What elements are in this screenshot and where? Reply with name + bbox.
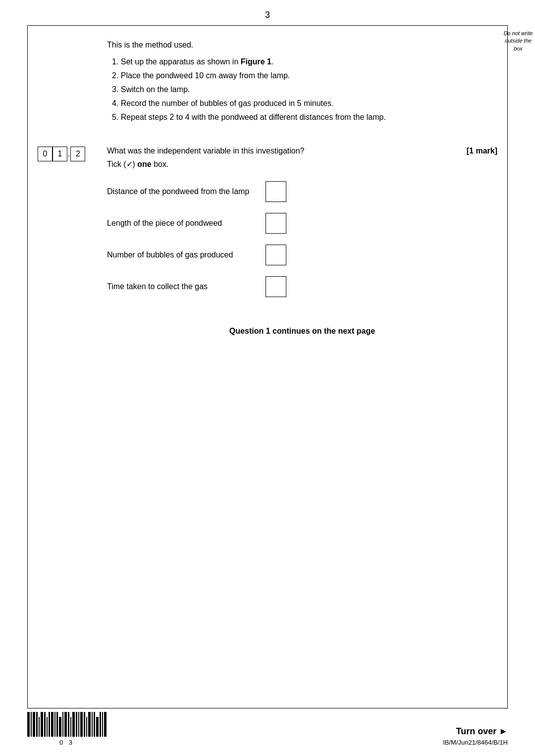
do-not-write-note: Do not writeoutside thebox [503, 30, 533, 52]
barcode: 0 3 [27, 712, 107, 746]
bar [36, 712, 38, 737]
bar [102, 712, 103, 737]
barcode-number: 0 3 [59, 739, 74, 746]
question-content: What was the independent variable in thi… [107, 147, 497, 346]
bar [27, 712, 30, 737]
question-01-2: 0 1 . 2 What was the independent variabl… [107, 147, 497, 346]
bar [88, 712, 91, 737]
bar [59, 717, 61, 737]
option-checkbox-2[interactable] [266, 213, 286, 234]
page-number: 3 [0, 0, 535, 25]
bar [80, 712, 83, 737]
question-title-row: What was the independent variable in thi… [107, 147, 497, 155]
exam-page: 3 Do not writeoutside thebox This is the… [0, 0, 535, 756]
question-number-row: 0 1 . 2 What was the independent variabl… [107, 147, 497, 346]
bar [100, 712, 101, 737]
option-row-4: Time taken to collect the gas [107, 276, 497, 297]
method-step-1: 1. Set up the apparatus as shown in Figu… [107, 57, 497, 66]
bar [56, 712, 58, 737]
option-label-1: Distance of the pondweed from the lamp [107, 187, 256, 196]
bar [84, 712, 85, 737]
question-number-box: 0 1 . 2 [38, 147, 85, 161]
option-label-2: Length of the piece of pondweed [107, 219, 256, 228]
option-row-3: Number of bubbles of gas produced [107, 245, 497, 265]
num-box-2: 2 [70, 147, 85, 161]
bar [54, 712, 55, 737]
method-step-5: 5. Repeat steps 2 to 4 with the pondweed… [107, 113, 497, 122]
continues-note: Question 1 continues on the next page [107, 327, 497, 336]
option-checkbox-3[interactable] [266, 245, 286, 265]
num-box-0: 0 [38, 147, 53, 161]
exam-code: IB/M/Jun21/8464/B/1H [443, 739, 508, 746]
option-checkbox-1[interactable] [266, 181, 286, 202]
tick-instruction: Tick (✓) one box. [107, 159, 497, 169]
turn-over-label: Turn over ► [456, 726, 508, 737]
bar [76, 712, 77, 737]
bar [70, 717, 71, 737]
bar [72, 712, 75, 737]
bar [31, 712, 32, 737]
method-step-2: 2. Place the pondweed 10 cm away from th… [107, 71, 497, 80]
bar [41, 712, 43, 737]
bar [51, 712, 54, 737]
bar [92, 712, 93, 737]
bar [44, 712, 46, 737]
bar [68, 712, 69, 737]
bar [96, 717, 99, 737]
option-row-2: Length of the piece of pondweed [107, 213, 497, 234]
option-checkbox-4[interactable] [266, 276, 286, 297]
method-step-4: 4. Record the number of bubbles of gas p… [107, 99, 497, 108]
option-label-3: Number of bubbles of gas produced [107, 251, 256, 259]
bar [33, 712, 35, 737]
method-step-3: 3. Switch on the lamp. [107, 85, 497, 94]
page-footer: 0 3 Turn over ► IB/M/Jun21/8464/B/1H [0, 712, 535, 746]
bar [94, 712, 95, 737]
question-title: What was the independent variable in thi… [107, 147, 457, 155]
barcode-image [27, 712, 107, 737]
bar [86, 717, 87, 737]
main-content-border: Do not writeoutside thebox This is the m… [27, 25, 508, 708]
bar [47, 717, 48, 737]
mark-label: [1 mark] [467, 147, 497, 155]
method-intro: This is the method used. [107, 41, 497, 50]
bar [62, 712, 63, 737]
bar [49, 712, 50, 737]
bar [78, 712, 79, 737]
option-label-4: Time taken to collect the gas [107, 282, 256, 291]
num-box-1: 1 [53, 147, 67, 161]
bar [104, 712, 107, 737]
bar [64, 712, 67, 737]
option-row-1: Distance of the pondweed from the lamp [107, 181, 497, 202]
footer-right: Turn over ► IB/M/Jun21/8464/B/1H [443, 726, 508, 746]
bar [39, 717, 40, 737]
